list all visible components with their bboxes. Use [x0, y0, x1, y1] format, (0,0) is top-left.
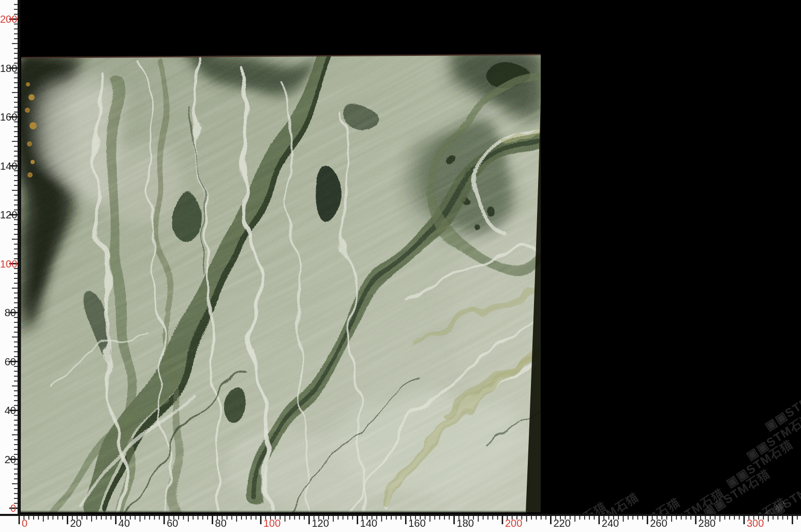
- vertical-ruler-axis-line: [18, 0, 20, 516]
- v-ruler-label-160: 160: [0, 112, 16, 123]
- h-ruler-label-0: 0: [22, 518, 27, 529]
- v-ruler-label-80: 80: [0, 307, 16, 318]
- marble-slab-photo: [20, 53, 542, 513]
- h-ruler-label-100: 100: [263, 518, 280, 529]
- marble-slab-graphic: [20, 53, 542, 513]
- h-ruler-label-160: 160: [408, 518, 425, 529]
- watermark-text: ▣▣STM石猫: [762, 379, 801, 435]
- h-ruler-label-140: 140: [360, 518, 377, 529]
- h-ruler-label-280: 280: [699, 518, 716, 529]
- h-ruler-label-300: 300: [747, 518, 764, 529]
- h-ruler-label-220: 220: [553, 518, 570, 529]
- v-ruler-label-200: 200: [0, 14, 16, 25]
- v-ruler-label-100: 100: [0, 259, 16, 270]
- h-ruler-label-120: 120: [312, 518, 329, 529]
- v-ruler-label-20: 20: [0, 454, 16, 465]
- h-ruler-label-60: 60: [167, 518, 178, 529]
- v-ruler-label-40: 40: [0, 405, 16, 416]
- watermark-text: ▣▣STM石猫: [700, 466, 773, 521]
- v-ruler-label-120: 120: [0, 210, 16, 220]
- h-ruler-label-40: 40: [118, 518, 130, 529]
- v-ruler-label-180: 180: [0, 63, 16, 74]
- v-ruler-label-60: 60: [0, 357, 16, 367]
- h-ruler-label-260: 260: [650, 518, 667, 529]
- watermark-text: ▣▣STM石猫: [723, 436, 796, 492]
- h-ruler-label-80: 80: [215, 518, 227, 529]
- h-ruler-label-180: 180: [457, 518, 474, 529]
- v-ruler-label-140: 140: [0, 161, 16, 172]
- h-ruler-label-200: 200: [505, 518, 522, 529]
- h-ruler-label-20: 20: [70, 518, 81, 529]
- slab-scan-viewer: ▣▣STM石猫▣▣STM石猫▣▣STM石猫▣▣STM石猫▣▣STM石猫▣▣STM…: [0, 0, 801, 532]
- h-ruler-label-240: 240: [602, 518, 619, 529]
- v-ruler-label-0: 0: [0, 503, 16, 514]
- horizontal-ruler-axis-line: [0, 514, 801, 516]
- watermark-text: ▣▣STM石猫: [743, 409, 801, 464]
